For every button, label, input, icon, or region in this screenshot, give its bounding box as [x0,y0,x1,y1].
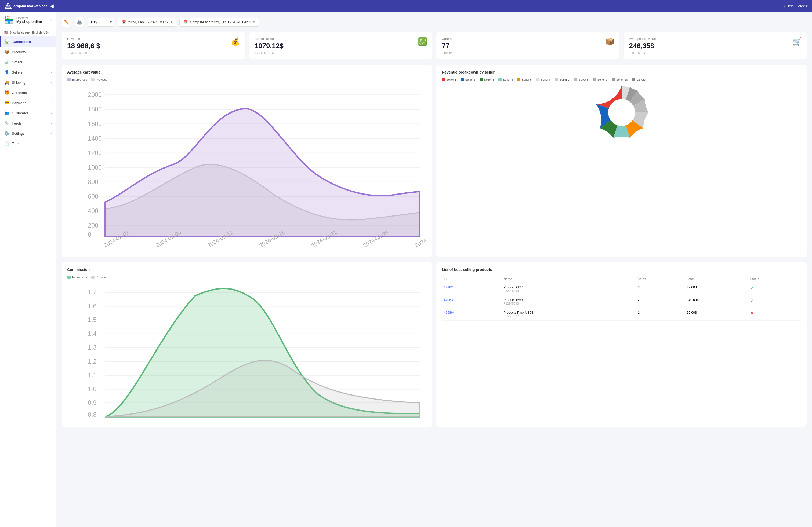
app-layout: 🏪 Operator My shop online ▾ 🇺🇸 Shop lang… [0,12,812,527]
seller-legend-others: Others [632,78,646,81]
date-range-picker[interactable]: 📅 2024, Feb 1 - 2024, Mar 2 ▾ [118,18,176,27]
operator-label: Operator [16,16,47,19]
chevron-right-icon: › [51,50,52,54]
print-button[interactable]: 🖨️ [75,17,84,27]
avg-cart-sub: 160,01$ TTC [629,51,801,55]
user-button[interactable]: Alex ▾ [798,4,808,8]
col-header-total: Total [685,275,748,283]
help-icon: ? [784,4,785,8]
language-selector[interactable]: 🇺🇸 Shop language : English (US) [0,28,56,36]
sidebar-item-customers[interactable]: 👥 Customers › [0,108,56,118]
commission-legend-dot-previous [91,276,95,278]
seller-8-label: Seller 8 [578,78,588,81]
operator-section[interactable]: 🏪 Operator My shop online ▾ [0,12,56,28]
orders-icon: 📦 [605,37,615,46]
legend-in-progress: In progress [67,78,87,81]
lang-label: Shop language : English (US) [10,31,48,34]
period-select-wrapper: Day Week Month Year ▾ [88,18,114,27]
sidebar-label-payment: Payment [12,101,26,105]
row-2-id[interactable]: 470631 [442,296,501,308]
svg-point-31 [608,99,635,126]
sidebar-item-sellers[interactable]: 👤 Sellers › [0,67,56,77]
commission-legend-previous-label: Previous [96,275,107,279]
seller-legend-2: Seller 2 [461,78,475,81]
sellers-icon: 👤 [4,70,9,75]
row-3-product-name: Products Pack VB54 [504,311,634,315]
avg-cart-chart-card: Average cart value In progress Previous … [62,65,432,257]
sidebar-item-feeds[interactable]: 📡 Feeds › [0,118,56,128]
svg-text:1.0: 1.0 [88,386,97,393]
svg-text:600: 600 [88,193,98,200]
revenue-breakdown-card: Revenue breakdown by seller Seller 1 Sel… [436,65,807,257]
revenue-value: 18 968,6 $ [67,42,240,50]
terms-icon: 📄 [4,141,9,146]
main-content: ✏️ 🖨️ Day Week Month Year ▾ 📅 2024, Feb … [56,12,812,527]
kpi-row: Revenue 18 968,6 $ 19 363,74$ TTC 💰 Comm… [62,32,807,59]
commission-legend-in-progress: In progress [67,275,87,279]
row-2-status: ✓ [748,296,801,308]
help-button[interactable]: ? Help [784,4,794,8]
seller-legend-8: Seller 8 [574,78,588,81]
seller-legends: Seller 1 Seller 2 Seller 3 Seller 4 [442,78,801,81]
best-sellers-table: ID Name Sales Total Status 129827 Produc… [442,275,801,321]
sidebar-item-payment[interactable]: 💳 Payment › [0,98,56,108]
sidebar-item-settings[interactable]: ⚙️ Settings › [0,128,56,138]
avg-cart-chart-title: Average cart value [67,70,427,74]
sidebar-label-terms: Terms [12,142,21,146]
brand-name: origami marketplace [13,4,47,8]
row-3-id[interactable]: 466864 [442,308,501,321]
sidebar-item-dashboard[interactable]: 📊 Dashboard [0,36,56,47]
edit-button[interactable]: ✏️ [62,17,71,27]
commission-legend-previous: Previous [91,275,107,279]
legend-dot-previous [91,78,95,81]
legend-previous: Previous [91,78,107,81]
avg-cart-legend: In progress Previous [67,78,427,81]
svg-text:1.5: 1.5 [88,316,97,323]
kpi-commissions: Commissions 1079,12$ 1 294,95$ TTC 💹 [249,32,432,59]
revenue-icon: 💰 [231,37,240,46]
compare-chevron-icon: ▾ [253,20,255,24]
avg-cart-svg: 2000 1800 1600 1400 1200 1000 800 600 40… [67,85,427,250]
sidebar-item-giftcards[interactable]: 🎁 Gift cards [0,88,56,98]
commission-legend: In progress Previous [67,275,427,279]
avg-cart-value: 246,35$ [629,42,801,50]
period-select[interactable]: Day Week Month Year [88,18,114,27]
svg-text:1200: 1200 [88,149,102,156]
toolbar: ✏️ 🖨️ Day Week Month Year ▾ 📅 2024, Feb … [62,17,807,27]
row-2-sales: 2 [636,296,685,308]
sidebar-item-orders[interactable]: 🛒 Orders [0,57,56,67]
row-1-sku: P12365498 [504,289,634,292]
commissions-sub: 1 294,95$ TTC [255,51,427,55]
sidebar: 🏪 Operator My shop online ▾ 🇺🇸 Shop lang… [0,12,56,527]
seller-legend-6: Seller 6 [536,78,550,81]
seller-8-dot [574,78,577,81]
commission-svg: 1.7 1.6 1.5 1.4 1.3 1.2 1.1 1.0 0.9 0.8 [67,282,427,420]
avg-cart-icon: 🛒 [793,37,802,46]
brand-logo: origami marketplace [4,2,47,10]
settings-icon: ⚙️ [4,131,9,136]
pie-container [442,86,801,139]
seller-2-dot [461,78,464,81]
orders-value: 77 [442,42,614,50]
best-sellers-title: List of best-selling products [442,268,801,272]
table-header: ID Name Sales Total Status [442,275,801,283]
seller-1-dot [442,78,445,81]
seller-legend-1: Seller 1 [442,78,456,81]
commissions-label: Commissions [255,37,427,41]
seller-10-dot [612,78,615,81]
svg-text:0.8: 0.8 [88,411,97,418]
pie-chart-svg [595,86,649,139]
row-1-product-name: Product A127 [504,286,634,289]
collapse-button[interactable]: ◀ [50,3,54,9]
row-2-product-name: Product T653 [504,298,634,302]
compare-picker[interactable]: 📅 Compare to : 2024, Jan 1 - 2024, Feb 2… [179,18,259,27]
seller-legend-10: Seller 10 [612,78,628,81]
sidebar-item-terms[interactable]: 📄 Terms [0,138,56,149]
seller-4-dot [498,78,502,81]
sidebar-item-products[interactable]: 📦 Products › [0,47,56,57]
sidebar-label-sellers: Sellers [12,70,23,74]
sidebar-item-shipping[interactable]: 🚚 Shipping › [0,77,56,88]
logo-icon [4,2,12,10]
svg-text:800: 800 [88,178,98,185]
row-1-id[interactable]: 129827 [442,283,501,296]
